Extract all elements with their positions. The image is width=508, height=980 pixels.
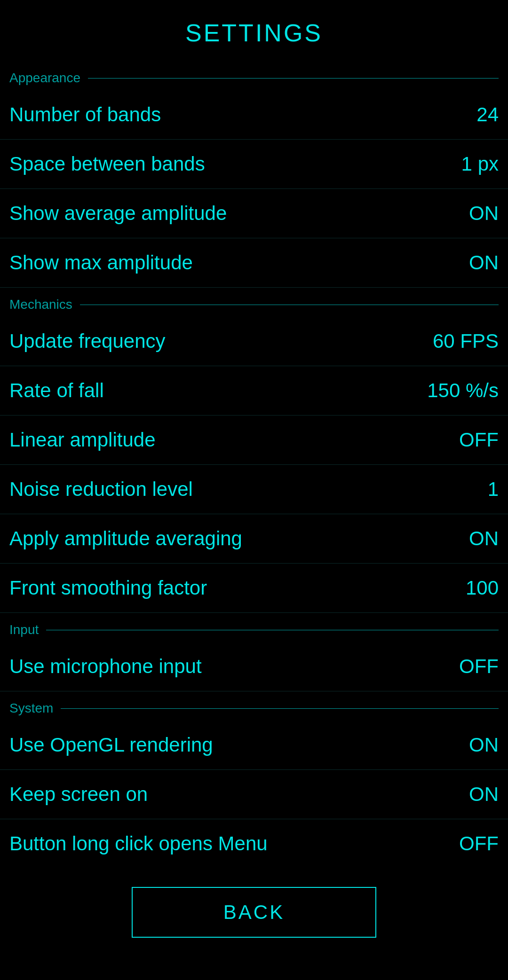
setting-label-noise-reduction-level: Noise reduction level (9, 478, 193, 501)
setting-value-front-smoothing-factor: 100 (466, 577, 499, 599)
setting-label-number-of-bands: Number of bands (9, 103, 161, 126)
setting-row-front-smoothing-factor[interactable]: Front smoothing factor100 (0, 564, 508, 613)
setting-value-keep-screen-on: ON (469, 783, 499, 806)
setting-label-use-microphone-input: Use microphone input (9, 655, 202, 678)
setting-row-noise-reduction-level[interactable]: Noise reduction level1 (0, 465, 508, 514)
setting-value-rate-of-fall: 150 %/s (427, 379, 499, 402)
page-title: SETTINGS (0, 0, 508, 61)
setting-label-apply-amplitude-averaging: Apply amplitude averaging (9, 527, 242, 550)
setting-label-rate-of-fall: Rate of fall (9, 379, 104, 402)
section-header-system: System (0, 691, 508, 721)
setting-value-update-frequency: 60 FPS (433, 330, 499, 353)
setting-label-space-between-bands: Space between bands (9, 153, 205, 175)
setting-row-linear-amplitude[interactable]: Linear amplitudeOFF (0, 416, 508, 465)
setting-value-noise-reduction-level: 1 (488, 478, 499, 501)
setting-row-space-between-bands[interactable]: Space between bands1 px (0, 140, 508, 189)
section-line-system (61, 708, 499, 709)
setting-value-space-between-bands: 1 px (461, 153, 499, 175)
setting-row-show-max-amplitude[interactable]: Show max amplitudeON (0, 238, 508, 288)
back-button[interactable]: BACK (132, 887, 376, 938)
section-label-mechanics: Mechanics (9, 297, 72, 312)
section-header-appearance: Appearance (0, 61, 508, 90)
setting-value-linear-amplitude: OFF (459, 429, 499, 451)
setting-value-use-microphone-input: OFF (459, 655, 499, 678)
back-button-container: BACK (0, 868, 508, 961)
setting-row-update-frequency[interactable]: Update frequency60 FPS (0, 317, 508, 366)
setting-row-use-microphone-input[interactable]: Use microphone inputOFF (0, 642, 508, 691)
section-line-mechanics (80, 305, 499, 305)
setting-value-show-average-amplitude: ON (469, 202, 499, 225)
setting-label-use-opengl-rendering: Use OpenGL rendering (9, 734, 213, 756)
setting-label-front-smoothing-factor: Front smoothing factor (9, 577, 207, 599)
setting-value-show-max-amplitude: ON (469, 251, 499, 274)
setting-row-apply-amplitude-averaging[interactable]: Apply amplitude averagingON (0, 514, 508, 564)
section-header-mechanics: Mechanics (0, 288, 508, 317)
setting-label-show-max-amplitude: Show max amplitude (9, 251, 193, 274)
setting-row-use-opengl-rendering[interactable]: Use OpenGL renderingON (0, 721, 508, 770)
setting-label-show-average-amplitude: Show average amplitude (9, 202, 227, 225)
setting-label-update-frequency: Update frequency (9, 330, 166, 353)
section-line-appearance (88, 78, 499, 78)
setting-value-apply-amplitude-averaging: ON (469, 527, 499, 550)
section-label-appearance: Appearance (9, 71, 80, 86)
setting-label-button-long-click-opens-menu: Button long click opens Menu (9, 832, 268, 855)
section-label-input: Input (9, 622, 39, 637)
setting-row-rate-of-fall[interactable]: Rate of fall150 %/s (0, 366, 508, 416)
setting-value-button-long-click-opens-menu: OFF (459, 832, 499, 855)
section-header-input: Input (0, 613, 508, 642)
setting-row-keep-screen-on[interactable]: Keep screen onON (0, 770, 508, 819)
setting-row-number-of-bands[interactable]: Number of bands24 (0, 90, 508, 140)
setting-row-button-long-click-opens-menu[interactable]: Button long click opens MenuOFF (0, 819, 508, 868)
section-label-system: System (9, 701, 53, 716)
setting-value-use-opengl-rendering: ON (469, 734, 499, 756)
setting-label-linear-amplitude: Linear amplitude (9, 429, 156, 451)
setting-row-show-average-amplitude[interactable]: Show average amplitudeON (0, 189, 508, 238)
setting-value-number-of-bands: 24 (476, 103, 499, 126)
setting-label-keep-screen-on: Keep screen on (9, 783, 148, 806)
section-line-input (46, 630, 499, 630)
